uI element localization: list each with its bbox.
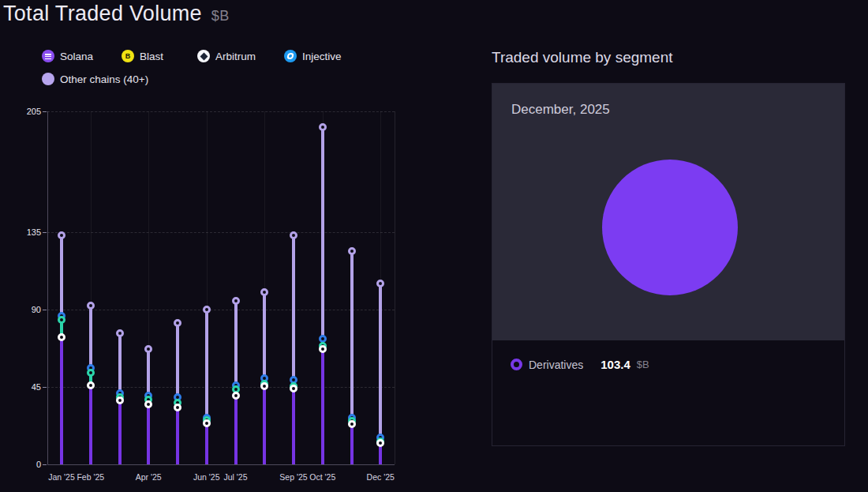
y-gridline (47, 232, 395, 233)
dashboard: Total Traded Volume$B Solana B Blast Arb… (0, 0, 868, 492)
marker-arbitrum[interactable] (260, 382, 268, 390)
marker-arbitrum[interactable] (58, 333, 65, 341)
marker-arbitrum[interactable] (174, 404, 181, 411)
derivatives-ring-icon (511, 359, 522, 370)
x-axis-line (47, 464, 395, 465)
stem-other-chains[interactable] (205, 310, 208, 418)
legend-item-solana[interactable]: Solana (42, 49, 93, 63)
segment-legend: Derivatives 103.4 $B (492, 340, 844, 371)
y-axis-tick-label: 0 (9, 459, 41, 470)
plot-right-border (395, 111, 395, 464)
segment-panel: December, 2025 Derivatives 103.4 $B (492, 83, 845, 446)
legend-label: Blast (140, 51, 163, 62)
y-tick-mark (43, 464, 47, 465)
marker-arbitrum[interactable] (348, 420, 356, 428)
y-tick-mark (43, 232, 47, 233)
stem-other-chains[interactable] (147, 349, 150, 396)
segment-label: Derivatives (529, 359, 583, 371)
y-axis-tick-label: 90 (9, 304, 41, 315)
x-axis-tick-label: Dec '25 (361, 471, 400, 483)
segment-value: 103.4 (600, 358, 630, 371)
marker-total[interactable] (232, 297, 240, 305)
stem-base[interactable] (350, 424, 354, 464)
marker-total[interactable] (58, 231, 65, 239)
stem-other-chains[interactable] (379, 284, 382, 438)
marker-total[interactable] (290, 231, 297, 239)
marker-total[interactable] (376, 280, 384, 287)
y-gridline (47, 310, 395, 310)
stem-other-chains[interactable] (263, 292, 266, 378)
segment-card: December, 2025 (492, 84, 844, 340)
legend-item-blast[interactable]: B Blast (122, 49, 163, 63)
marker-total[interactable] (174, 319, 181, 327)
stem-other-chains[interactable] (350, 251, 354, 419)
segment-legend-row-derivatives[interactable]: Derivatives 103.4 $B (511, 358, 844, 371)
stem-other-chains[interactable] (89, 306, 92, 367)
x-axis-tick-label: Apr '25 (129, 471, 168, 483)
marker-total[interactable] (144, 345, 152, 353)
stem-base[interactable] (89, 385, 92, 464)
page-unit: $B (211, 8, 230, 24)
stem-other-chains[interactable] (321, 127, 324, 339)
stem-base[interactable] (147, 404, 150, 464)
legend-item-other-chains[interactable]: Other chains (40+) (42, 72, 148, 86)
stem-base[interactable] (263, 386, 266, 464)
y-gridline (47, 387, 395, 388)
stem-base[interactable] (234, 396, 238, 464)
legend-item-injective[interactable]: Injective (284, 49, 342, 63)
page-title-text: Total Traded Volume (3, 2, 202, 25)
marker-arbitrum[interactable] (203, 419, 211, 427)
marker-solana[interactable] (87, 369, 95, 377)
marker-arbitrum[interactable] (116, 396, 124, 404)
y-tick-mark (43, 387, 47, 388)
segment-unit: $B (637, 359, 649, 370)
legend-label: Other chains (40+) (60, 73, 148, 85)
x-axis-tick-label: Jul '25 (216, 471, 256, 483)
stem-other-chains[interactable] (234, 301, 238, 385)
arbitrum-icon (197, 50, 210, 62)
x-axis-tick-label: Oct '25 (303, 471, 342, 483)
marker-arbitrum[interactable] (376, 439, 384, 447)
traded-volume-chart: 04590135205Jan '25Feb '25Apr '25Jun '25J… (0, 103, 404, 492)
y-tick-mark (43, 111, 47, 112)
stem-base[interactable] (60, 337, 63, 464)
marker-arbitrum[interactable] (290, 385, 297, 392)
legend-label: Arbitrum (215, 51, 256, 62)
y-gridline (47, 111, 395, 112)
marker-arbitrum[interactable] (144, 400, 152, 408)
marker-total[interactable] (116, 329, 124, 337)
pie-slice-derivatives[interactable] (602, 160, 738, 295)
legend-item-arbitrum[interactable]: Arbitrum (197, 49, 256, 63)
marker-total[interactable] (348, 247, 356, 255)
page-title: Total Traded Volume$B (3, 2, 229, 26)
legend-label: Injective (302, 51, 342, 62)
y-axis-line (47, 111, 48, 464)
marker-solana[interactable] (58, 316, 65, 324)
x-axis-tick-label: Feb '25 (71, 471, 110, 483)
marker-total[interactable] (319, 123, 327, 131)
marker-total[interactable] (203, 306, 211, 314)
y-axis-tick-label: 45 (9, 381, 41, 392)
blast-icon: B (122, 50, 134, 62)
stem-base[interactable] (176, 407, 179, 464)
marker-arbitrum[interactable] (232, 392, 240, 400)
segment-panel-title: Traded volume by segment (492, 49, 673, 66)
stem-other-chains[interactable] (292, 235, 295, 380)
y-axis-tick-label: 135 (9, 227, 41, 238)
other-chains-icon (42, 73, 54, 85)
stem-other-chains[interactable] (176, 323, 179, 397)
stem-other-chains[interactable] (118, 333, 122, 392)
marker-arbitrum[interactable] (87, 381, 95, 389)
y-tick-mark (43, 310, 47, 310)
legend-label: Solana (60, 51, 93, 62)
stem-other-chains[interactable] (60, 235, 63, 316)
stem-base[interactable] (205, 423, 208, 464)
stem-base[interactable] (321, 349, 324, 464)
stem-base[interactable] (292, 389, 295, 464)
marker-arbitrum[interactable] (319, 345, 327, 353)
y-axis-tick-label: 205 (9, 106, 41, 117)
injective-icon (284, 50, 297, 62)
segment-card-month: December, 2025 (511, 102, 610, 118)
stem-base[interactable] (118, 400, 122, 464)
marker-total[interactable] (260, 288, 268, 296)
